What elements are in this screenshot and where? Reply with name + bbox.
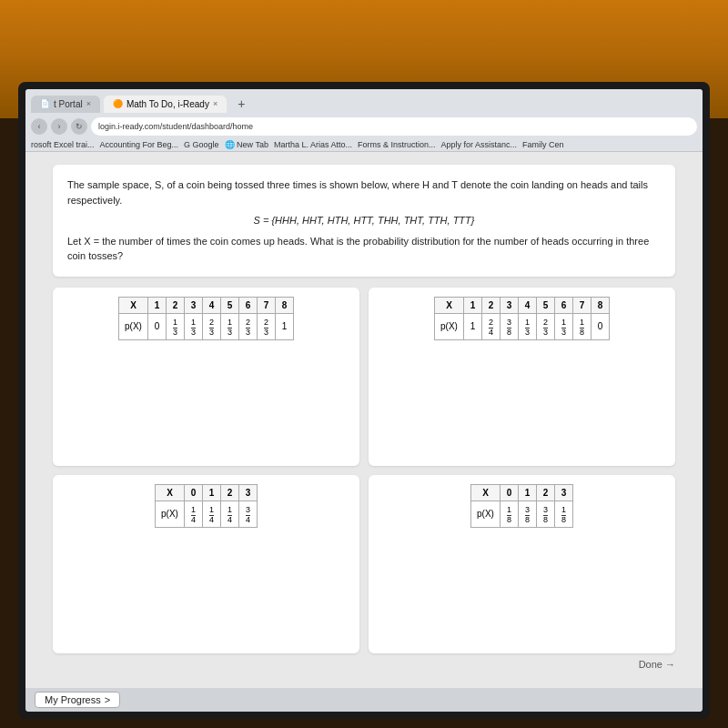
option-c-header-2: 2 — [220, 484, 238, 500]
option-a-val-4: 13 — [220, 313, 238, 339]
option-c-header-3: 3 — [238, 484, 257, 500]
bookmark-accounting[interactable]: Accounting For Beg... — [100, 140, 179, 149]
option-a-row-label: p(X) — [119, 313, 148, 339]
bookmark-excel[interactable]: rosoft Excel trai... — [31, 140, 95, 149]
reload-button[interactable]: ↻ — [71, 118, 87, 135]
option-c-header-1: 1 — [202, 484, 220, 500]
address-input[interactable] — [91, 117, 697, 136]
option-d-header-2: 2 — [536, 484, 554, 500]
bookmark-google[interactable]: G Google — [184, 140, 219, 149]
tab-portal-icon: 📄 — [40, 99, 50, 108]
bookmark-apply[interactable]: Apply for Assistanc... — [441, 140, 518, 149]
question-card: The sample space, S, of a coin being tos… — [53, 165, 675, 277]
tab-iready-icon: 🟠 — [113, 99, 123, 108]
option-b-header-2: 2 — [481, 297, 500, 313]
option-b-header-3: 3 — [500, 297, 518, 313]
option-a-header-8: 8 — [275, 297, 293, 313]
option-b-header-x: X — [435, 297, 464, 313]
tab-bar: 📄 t Portal × 🟠 Math To Do, i-Ready × + — [25, 89, 703, 115]
option-d-val-2: 38 — [536, 500, 554, 527]
option-c-header-0: 0 — [184, 484, 202, 500]
option-d-val-0: 18 — [500, 500, 518, 527]
option-a-val-1: 13 — [166, 313, 184, 339]
monitor-screen: 📄 t Portal × 🟠 Math To Do, i-Ready × + ‹… — [25, 89, 703, 712]
option-b-header-1: 1 — [463, 297, 481, 313]
my-progress-label: My Progress — [45, 694, 101, 705]
option-c-val-1: 14 — [202, 500, 220, 527]
monitor: 📄 t Portal × 🟠 Math To Do, i-Ready × + ‹… — [18, 82, 710, 719]
option-a-header-6: 6 — [238, 297, 257, 313]
option-b-val-2: 38 — [500, 313, 518, 339]
tab-iready-close[interactable]: × — [213, 99, 217, 108]
option-b-row-label: p(X) — [435, 313, 464, 339]
option-a-val-7: 1 — [275, 313, 293, 339]
option-c-header-x: X — [156, 484, 185, 500]
tab-iready-label: Math To Do, i-Ready — [126, 99, 209, 109]
option-b-header-4: 4 — [518, 297, 536, 313]
option-b-header-8: 8 — [591, 297, 609, 313]
option-b[interactable]: X 1 2 3 4 5 6 7 8 p(X) 1 — [369, 288, 675, 466]
option-d-header-x: X — [471, 484, 500, 500]
option-d-header-3: 3 — [554, 484, 572, 500]
option-d-header-1: 1 — [518, 484, 536, 500]
option-b-val-7: 0 — [591, 313, 609, 339]
tab-portal-label: t Portal — [54, 99, 83, 109]
bookmarks-bar: rosoft Excel trai... Accounting For Beg.… — [25, 138, 703, 152]
forward-button[interactable]: › — [51, 118, 67, 135]
sample-space: S = {HHH, HHT, HTH, HTT, THH, THT, TTH, … — [67, 213, 661, 228]
option-b-val-0: 1 — [463, 313, 481, 339]
bookmark-forms[interactable]: Forms & Instruction... — [358, 140, 436, 149]
bottom-bar: My Progress > — [25, 688, 703, 712]
option-a-header-5: 5 — [220, 297, 238, 313]
new-tab-button[interactable]: + — [230, 93, 252, 115]
back-button[interactable]: ‹ — [31, 118, 47, 135]
option-a-val-0: 0 — [147, 313, 166, 339]
option-a-header-4: 4 — [202, 297, 220, 313]
option-c-val-3: 34 — [238, 500, 257, 527]
browser-chrome: 📄 t Portal × 🟠 Math To Do, i-Ready × + ‹… — [25, 89, 703, 152]
option-a-header-1: 1 — [147, 297, 166, 313]
option-b-val-1: 24 — [481, 313, 500, 339]
options-grid: X 1 2 3 4 5 6 7 8 p(X) 0 — [53, 288, 675, 654]
option-a-header-x: X — [119, 297, 148, 313]
option-c[interactable]: X 0 1 2 3 p(X) 14 14 14 34 — [53, 475, 359, 653]
tab-portal[interactable]: 📄 t Portal × — [31, 96, 100, 113]
option-b-val-3: 13 — [518, 313, 536, 339]
bookmark-newtab[interactable]: 🌐 New Tab — [225, 140, 268, 149]
option-a-val-2: 13 — [184, 313, 202, 339]
my-progress-chevron: > — [105, 694, 110, 705]
option-d-table: X 0 1 2 3 p(X) 18 38 38 18 — [470, 484, 573, 528]
option-c-row-label: p(X) — [156, 500, 185, 527]
tab-portal-close[interactable]: × — [86, 99, 91, 108]
option-b-header-5: 5 — [536, 297, 554, 313]
option-a-header-7: 7 — [257, 297, 275, 313]
option-b-header-7: 7 — [572, 297, 591, 313]
option-a-val-6: 23 — [257, 313, 275, 339]
option-d-val-1: 38 — [518, 500, 536, 527]
option-d-header-0: 0 — [500, 484, 518, 500]
option-d[interactable]: X 0 1 2 3 p(X) 18 38 38 18 — [369, 475, 675, 653]
option-a-header-3: 3 — [184, 297, 202, 313]
tab-iready[interactable]: 🟠 Math To Do, i-Ready × — [104, 96, 227, 113]
option-b-table: X 1 2 3 4 5 6 7 8 p(X) 1 — [434, 297, 610, 340]
done-button[interactable]: Done → — [639, 659, 675, 670]
option-d-val-3: 18 — [554, 500, 572, 527]
option-d-row-label: p(X) — [471, 500, 500, 527]
option-c-val-0: 14 — [184, 500, 202, 527]
option-c-val-2: 14 — [220, 500, 238, 527]
my-progress-button[interactable]: My Progress > — [35, 692, 120, 708]
option-a-header-2: 2 — [166, 297, 184, 313]
option-b-val-6: 18 — [572, 313, 591, 339]
option-a-val-3: 23 — [202, 313, 220, 339]
page-content: The sample space, S, of a coin being tos… — [25, 152, 703, 688]
bookmark-martha[interactable]: Martha L. Arias Atto... — [274, 140, 352, 149]
option-a[interactable]: X 1 2 3 4 5 6 7 8 p(X) 0 — [53, 288, 359, 466]
address-bar-row: ‹ › ↻ — [25, 115, 703, 138]
done-row: Done → — [53, 653, 675, 675]
bookmark-family[interactable]: Family Cen — [522, 140, 564, 149]
option-a-val-5: 23 — [238, 313, 257, 339]
question-text1: The sample space, S, of a coin being tos… — [67, 177, 661, 207]
option-b-header-6: 6 — [554, 297, 572, 313]
question-text2: Let X = the number of times the coin com… — [67, 234, 661, 264]
option-b-val-5: 13 — [554, 313, 572, 339]
